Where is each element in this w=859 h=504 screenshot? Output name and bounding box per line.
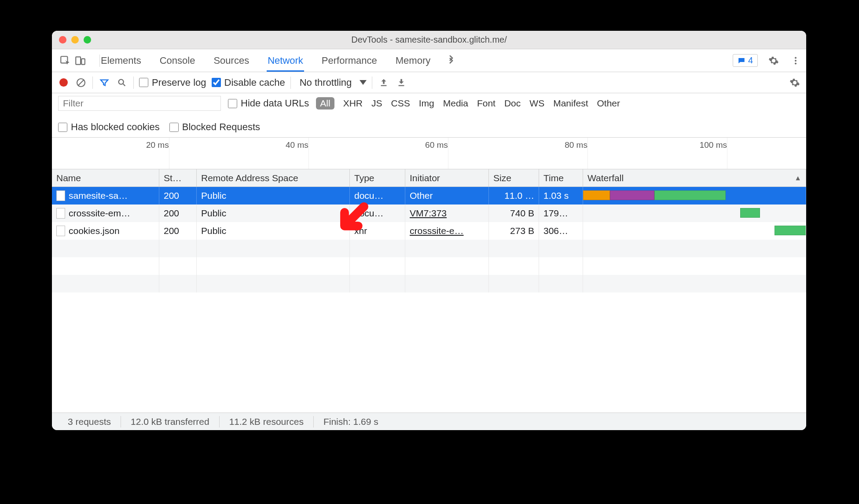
tab-network[interactable]: Network	[267, 50, 304, 72]
sort-ascending-icon: ▲	[794, 174, 801, 182]
col-waterfall[interactable]: Waterfall ▲	[583, 169, 806, 186]
request-remote-address-space: Public	[197, 205, 350, 222]
timeline-tick: 80 ms	[565, 140, 587, 150]
svg-rect-9	[399, 85, 404, 86]
col-remote-address-space[interactable]: Remote Address Space	[197, 169, 350, 186]
filter-type-manifest[interactable]: Manifest	[553, 98, 588, 109]
tab-sources[interactable]: Sources	[213, 50, 250, 72]
filter-type-media[interactable]: Media	[443, 98, 468, 109]
request-initiator[interactable]: VM7:373	[405, 205, 489, 222]
download-har-icon[interactable]	[395, 77, 407, 89]
status-resources: 11.2 kB resources	[220, 416, 313, 427]
request-name: samesite-sa…	[69, 190, 128, 201]
divider	[290, 77, 291, 89]
table-row[interactable]: samesite-sa…200Publicdocu…Other11.0 …1.0…	[52, 187, 806, 205]
col-status[interactable]: St…	[159, 169, 197, 186]
more-tabs-icon[interactable]	[444, 55, 457, 67]
filter-input[interactable]	[58, 96, 221, 111]
col-type[interactable]: Type	[350, 169, 405, 186]
timeline-tick: 100 ms	[700, 140, 727, 150]
table-row[interactable]: cookies.json200Publicxhrcrosssite-e…273 …	[52, 222, 806, 240]
window-title: DevTools - samesite-sandbox.glitch.me/	[52, 35, 806, 45]
svg-point-4	[795, 59, 797, 61]
inspect-element-icon[interactable]	[59, 55, 71, 67]
tab-elements[interactable]: Elements	[100, 50, 142, 72]
document-icon	[56, 226, 65, 236]
request-initiator[interactable]: crosssite-e…	[405, 222, 489, 240]
filter-type-all[interactable]: All	[316, 97, 334, 110]
svg-rect-2	[81, 58, 85, 64]
search-icon[interactable]	[116, 77, 128, 89]
filter-icon[interactable]	[98, 77, 110, 89]
request-type: docu…	[350, 187, 405, 205]
requests-table: Name St… Remote Address Space Type Initi…	[52, 169, 806, 413]
svg-point-5	[795, 62, 797, 64]
request-remote-address-space: Public	[197, 187, 350, 205]
request-type: xhr	[350, 222, 405, 240]
request-waterfall	[583, 222, 806, 240]
table-row[interactable]: crosssite-em…200Publicdocu…VM7:373740 B1…	[52, 205, 806, 222]
network-settings-icon[interactable]	[789, 77, 801, 89]
messages-badge[interactable]: 4	[733, 54, 758, 67]
request-size: 273 B	[489, 222, 539, 240]
request-status: 200	[159, 205, 197, 222]
filter-type-doc[interactable]: Doc	[504, 98, 521, 109]
disable-cache-input[interactable]	[212, 78, 221, 87]
timeline-tick: 20 ms	[146, 140, 169, 150]
col-size[interactable]: Size	[489, 169, 539, 186]
status-bar: 3 requests 12.0 kB transferred 11.2 kB r…	[52, 413, 806, 430]
network-toolbar: Preserve log Disable cache No throttling	[52, 72, 806, 93]
document-icon	[56, 208, 65, 219]
filter-type-js[interactable]: JS	[371, 98, 382, 109]
has-blocked-cookies-checkbox[interactable]: Has blocked cookies	[58, 121, 160, 133]
request-time: 179…	[539, 205, 583, 222]
request-size: 11.0 …	[489, 187, 539, 205]
request-name: crosssite-em…	[69, 208, 130, 219]
messages-count: 4	[748, 55, 753, 66]
svg-rect-1	[76, 57, 81, 64]
more-menu-icon[interactable]	[789, 55, 802, 67]
preserve-log-input[interactable]	[139, 78, 148, 87]
filter-type-font[interactable]: Font	[477, 98, 496, 109]
status-transferred: 12.0 kB transferred	[121, 416, 219, 427]
status-finish: Finish: 1.69 s	[314, 416, 388, 427]
hide-data-urls-checkbox[interactable]: Hide data URLs	[228, 98, 309, 109]
request-size: 740 B	[489, 205, 539, 222]
filter-bar: Hide data URLs AllXHRJSCSSImgMediaFontDo…	[52, 93, 806, 138]
col-initiator[interactable]: Initiator	[405, 169, 489, 186]
request-initiator: Other	[405, 187, 489, 205]
request-name: cookies.json	[69, 226, 120, 236]
request-waterfall	[583, 205, 806, 222]
document-icon	[56, 190, 65, 201]
tab-memory[interactable]: Memory	[395, 50, 431, 72]
request-time: 1.03 s	[539, 187, 583, 205]
settings-icon[interactable]	[767, 55, 780, 67]
throttling-select[interactable]: No throttling	[296, 77, 367, 88]
filter-type-xhr[interactable]: XHR	[343, 98, 363, 109]
tab-console[interactable]: Console	[159, 50, 196, 72]
divider	[92, 77, 93, 89]
device-toolbar-icon[interactable]	[74, 55, 86, 67]
timeline-overview[interactable]: 20 ms40 ms60 ms80 ms100 ms	[52, 138, 806, 169]
blocked-requests-checkbox[interactable]: Blocked Requests	[169, 121, 260, 133]
svg-point-7	[119, 79, 124, 84]
filter-type-img[interactable]: Img	[419, 98, 434, 109]
filter-type-css[interactable]: CSS	[391, 98, 410, 109]
clear-icon[interactable]	[75, 77, 87, 89]
filter-type-ws[interactable]: WS	[529, 98, 544, 109]
preserve-log-checkbox[interactable]: Preserve log	[139, 77, 206, 88]
col-name[interactable]: Name	[52, 169, 159, 186]
filter-type-other[interactable]: Other	[597, 98, 620, 109]
record-button[interactable]	[57, 77, 70, 89]
request-status: 200	[159, 222, 197, 240]
timeline-tick: 60 ms	[425, 140, 448, 150]
upload-har-icon[interactable]	[378, 77, 390, 89]
request-type: docu…	[350, 205, 405, 222]
col-time[interactable]: Time	[539, 169, 583, 186]
request-remote-address-space: Public	[197, 222, 350, 240]
tab-performance[interactable]: Performance	[321, 50, 378, 72]
table-header: Name St… Remote Address Space Type Initi…	[52, 169, 806, 187]
svg-rect-8	[381, 85, 387, 86]
disable-cache-checkbox[interactable]: Disable cache	[212, 77, 285, 88]
status-requests: 3 requests	[58, 416, 121, 427]
